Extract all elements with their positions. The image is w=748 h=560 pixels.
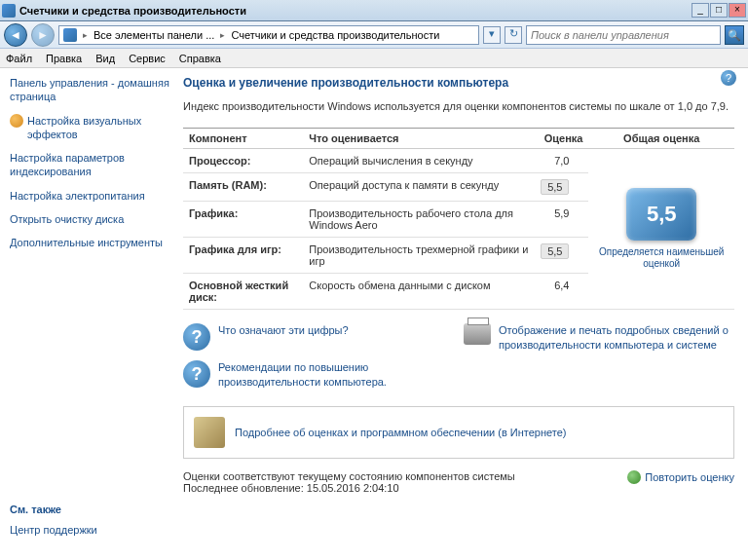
refresh-icon [627,470,641,484]
learn-more-box: Подробнее об оценках и программном обесп… [183,406,734,459]
page-description: Индекс производительности Windows исполь… [183,99,734,114]
link-label: Отображение и печать подробных сведений … [499,323,734,352]
search-input[interactable] [531,29,716,41]
breadcrumb-segment[interactable]: Все элементы панели ... [94,29,214,41]
sidebar-visual-link[interactable]: Настройка визуальных эффектов [10,114,171,142]
window-controls: _ □ × [692,3,746,18]
menu-help[interactable]: Справка [179,53,221,64]
breadcrumb-segment[interactable]: Счетчики и средства производительности [231,29,439,41]
page-heading: Оценка и увеличение производительности к… [183,76,734,90]
sidebar-cleanup-link[interactable]: Открыть очистку диска [10,212,171,226]
cell-score: 5,5 [535,238,588,274]
chevron-icon: ▸ [83,30,88,40]
software-icon [194,417,225,448]
cell-what: Производительность рабочего стола для Wi… [303,202,535,238]
status-current: Оценки соответствуют текущему состоянию … [183,470,515,482]
th-what: Что оценивается [303,129,535,149]
cell-score: 5,5 [535,173,588,202]
cell-component: Графика для игр: [183,238,303,274]
th-base: Общая оценка [588,129,734,149]
cell-component: Память (RAM): [183,173,303,202]
sidebar-indexing-link[interactable]: Настройка параметров индексирования [10,151,171,179]
th-component: Компонент [183,129,303,149]
menubar: Файл Правка Вид Сервис Справка [0,49,748,68]
printer-icon [464,323,491,345]
sidebar-power-link[interactable]: Настройка электропитания [10,189,171,203]
cell-component: Графика: [183,202,303,238]
link-learn-more[interactable]: Подробнее об оценках и программном обесп… [235,427,566,438]
cell-score: 7,0 [535,149,588,173]
minimize-button[interactable]: _ [692,3,709,18]
sidebar-support-link[interactable]: Центр поддержки [10,523,171,537]
link-label: Рекомендации по повышению производительн… [218,360,454,389]
sidebar-home-link[interactable]: Панель управления - домашняя страница [10,76,171,104]
sidebar-seealso: См. также Центр поддержки [10,504,171,537]
location-icon [63,28,77,42]
menu-service[interactable]: Сервис [129,53,166,64]
main-panel: ? Оценка и увеличение производительности… [179,68,748,560]
content: Панель управления - домашняя страница На… [0,68,748,560]
cell-what: Операций вычисления в секунду [303,149,535,173]
link-recommendations[interactable]: ? Рекомендации по повышению производител… [183,360,454,389]
back-button[interactable]: ◄ [4,23,27,47]
cell-score: 5,9 [535,202,588,238]
cell-what: Производительность трехмерной графики и … [303,238,535,274]
chevron-icon: ▸ [220,30,225,40]
cell-component: Процессор: [183,149,303,173]
status-line: Оценки соответствуют текущему состоянию … [183,470,734,494]
link-what-numbers[interactable]: ? Что означают эти цифры? [183,323,454,351]
base-score-cell: 5,5 Определяется наименьшей оценкой [588,149,734,310]
navbar: ◄ ► ▸ Все элементы панели ... ▸ Счетчики… [0,21,748,49]
info-links-row: ? Что означают эти цифры? ? Рекомендации… [183,323,734,398]
window-icon [2,4,16,18]
search-button[interactable]: 🔍 [725,25,744,45]
search-box [526,25,721,45]
address-bar[interactable]: ▸ Все элементы панели ... ▸ Счетчики и с… [58,25,479,45]
menu-edit[interactable]: Правка [46,53,82,64]
performance-table: Компонент Что оценивается Оценка Общая о… [183,128,734,310]
question-icon: ? [183,323,210,351]
rerun-label: Повторить оценку [645,471,734,483]
cell-what: Скорость обмена данными с диском [303,274,535,310]
sidebar-tools-link[interactable]: Дополнительные инструменты [10,236,171,249]
base-score-badge: 5,5 [626,188,696,241]
window-title: Счетчики и средства производительности [19,5,692,17]
forward-button[interactable]: ► [31,23,55,47]
seealso-heading: См. также [10,504,171,515]
th-score: Оценка [535,129,588,149]
cell-component: Основной жесткий диск: [183,274,303,310]
rerun-link[interactable]: Повторить оценку [627,470,734,484]
cell-score: 6,4 [535,274,588,310]
menu-file[interactable]: Файл [6,53,32,64]
refresh-button[interactable]: ↻ [505,26,522,44]
base-score-label: Определяется наименьшей оценкой [594,246,729,270]
status-text: Оценки соответствуют текущему состоянию … [183,470,515,494]
help-icon[interactable]: ? [721,70,736,86]
sidebar: Панель управления - домашняя страница На… [0,68,179,560]
status-updated: Последнее обновление: 15.05.2016 2:04:10 [183,482,515,494]
menu-view[interactable]: Вид [95,53,115,64]
sidebar-item-label: Настройка визуальных эффектов [27,114,171,142]
cell-what: Операций доступа к памяти в секунду [303,173,535,202]
link-label: Что означают эти цифры? [218,323,349,351]
link-print-details[interactable]: Отображение и печать подробных сведений … [464,323,734,352]
info-links-right: Отображение и печать подробных сведений … [464,323,734,398]
table-row: Процессор: Операций вычисления в секунду… [183,149,734,173]
info-links-left: ? Что означают эти цифры? ? Рекомендации… [183,323,454,398]
shield-icon [10,114,23,128]
dropdown-button[interactable]: ▾ [483,26,501,44]
close-button[interactable]: × [729,3,746,18]
question-icon: ? [183,360,210,388]
maximize-button[interactable]: □ [710,3,728,18]
titlebar: Счетчики и средства производительности _… [0,0,748,21]
